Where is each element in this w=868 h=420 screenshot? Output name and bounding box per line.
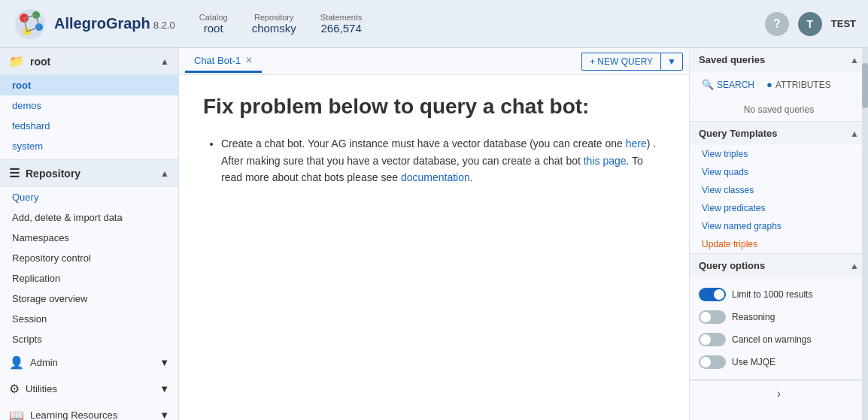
search-tab-label: SEARCH	[717, 80, 754, 90]
tab-close-icon[interactable]: ✕	[245, 55, 253, 65]
search-icon: 🔍	[702, 79, 714, 90]
template-view-triples[interactable]: View triples	[690, 145, 868, 163]
saved-queries-tabs: 🔍 SEARCH ● ATTRIBUTES	[690, 71, 868, 98]
search-tab[interactable]: 🔍 SEARCH	[696, 76, 760, 93]
bullet-text-before: Create a chat bot. Your AG instance must…	[221, 137, 626, 150]
user-avatar[interactable]: T	[798, 12, 822, 36]
person-icon: 👤	[9, 355, 24, 370]
query-templates-title: Query Templates	[699, 128, 778, 139]
cancel-warnings-toggle[interactable]	[699, 333, 726, 346]
learning-label: Learning Resources	[30, 409, 117, 420]
main-content: Fix problem below to query a chat bot: C…	[179, 75, 689, 420]
header-meta: Catalog root Repository chomsky Statemen…	[199, 13, 765, 35]
saved-queries-header[interactable]: Saved queries ▲	[690, 48, 868, 71]
toggle-knob	[700, 334, 711, 345]
reasoning-toggle[interactable]	[699, 310, 726, 324]
scrollbar[interactable]	[862, 48, 868, 420]
limit-results-label: Limit to 1000 results	[732, 289, 812, 300]
new-query-button[interactable]: + NEW QUERY	[581, 53, 660, 71]
sidebar-item-storage[interactable]: Storage overview	[0, 289, 178, 309]
query-options-section: Query options ▲ Limit to 1000 results Re…	[690, 254, 868, 380]
query-options-list: Limit to 1000 results Reasoning Cancel o…	[690, 277, 868, 379]
query-options-header[interactable]: Query options ▲	[690, 254, 868, 277]
query-templates-chevron-icon: ▲	[850, 128, 859, 139]
root-section-header[interactable]: 📁 root ▲	[0, 48, 178, 75]
sidebar-item-demos[interactable]: demos	[0, 95, 178, 116]
template-view-quads[interactable]: View quads	[690, 163, 868, 181]
saved-queries-chevron-icon: ▲	[850, 55, 859, 65]
header: AllegroGraph8.2.0 Catalog root Repositor…	[0, 0, 868, 48]
list-icon: ☰	[9, 166, 20, 180]
sidebar: 📁 root ▲ root demos fedshard system ☰ Re…	[0, 48, 179, 420]
template-view-predicates[interactable]: View predicates	[690, 199, 868, 217]
bullet-list: Create a chat bot. Your AG instance must…	[221, 135, 665, 186]
this-page-link[interactable]: this page	[584, 155, 627, 167]
sidebar-item-session[interactable]: Session	[0, 309, 178, 329]
bottom-expand-button[interactable]: ›	[690, 380, 868, 406]
repository-label: Repository	[254, 13, 294, 22]
root-label: root	[30, 56, 50, 68]
attributes-tab-label: ATTRIBUTES	[775, 80, 831, 90]
help-button[interactable]: ?	[765, 12, 789, 36]
scrollbar-thumb	[862, 63, 868, 108]
logo-version: 8.2.0	[153, 20, 175, 31]
query-templates-section: Query Templates ▲ View triples View quad…	[690, 122, 868, 254]
limit-results-row: Limit to 1000 results	[690, 283, 868, 306]
use-mjqe-label: Use MJQE	[732, 357, 775, 367]
new-query-area: + NEW QUERY ▼	[581, 53, 683, 71]
utilities-label: Utilities	[26, 383, 57, 394]
repository-meta: Repository chomsky	[252, 13, 296, 35]
utilities-footer-item[interactable]: ⚙ Utilities ▼	[0, 376, 178, 402]
catalog-meta: Catalog root	[199, 13, 228, 35]
sidebar-item-query[interactable]: Query	[0, 187, 178, 207]
content-area: Chat Bot-1 ✕ + NEW QUERY ▼ Fix problem b…	[179, 48, 689, 420]
user-name: TEST	[831, 18, 856, 29]
toggle-knob	[700, 357, 711, 367]
list-item: Create a chat bot. Your AG instance must…	[221, 135, 665, 186]
use-mjqe-row: Use MJQE	[690, 351, 868, 373]
catalog-label: Catalog	[199, 13, 228, 22]
sidebar-item-repo-control[interactable]: Repository control	[0, 248, 178, 268]
sidebar-item-add-delete[interactable]: Add, delete & import data	[0, 207, 178, 228]
template-view-named-graphs[interactable]: View named graphs	[690, 217, 868, 235]
here-link[interactable]: here	[626, 137, 647, 150]
sidebar-item-fedshard[interactable]: fedshard	[0, 116, 178, 136]
folder-icon: 📁	[9, 54, 24, 68]
no-saved-message: No saved queries	[690, 98, 868, 121]
use-mjqe-toggle[interactable]	[699, 355, 726, 369]
query-templates-header[interactable]: Query Templates ▲	[690, 122, 868, 145]
query-options-chevron-icon: ▲	[850, 261, 859, 271]
repository-section-header[interactable]: ☰ Repository ▲	[0, 159, 178, 187]
limit-results-toggle[interactable]	[699, 288, 726, 301]
attributes-icon: ●	[766, 79, 772, 90]
statements-value: 266,574	[321, 22, 362, 35]
admin-label: Admin	[30, 357, 58, 368]
book-icon: 📖	[9, 408, 24, 420]
root-chevron-icon: ▲	[160, 56, 169, 67]
toggle-knob	[700, 312, 711, 322]
sidebar-item-replication[interactable]: Replication	[0, 268, 178, 289]
right-panel: Saved queries ▲ 🔍 SEARCH ● ATTRIBUTES No…	[689, 48, 868, 420]
repository-value: chomsky	[252, 22, 296, 35]
sidebar-item-root[interactable]: root	[0, 75, 178, 95]
template-view-classes[interactable]: View classes	[690, 181, 868, 199]
cancel-warnings-row: Cancel on warnings	[690, 328, 868, 351]
documentation-link[interactable]: documentation	[401, 171, 470, 183]
utilities-chevron-icon: ▼	[159, 383, 169, 394]
admin-footer-item[interactable]: 👤 Admin ▼	[0, 349, 178, 376]
learning-chevron-icon: ▼	[159, 409, 169, 420]
statements-label: Statements	[320, 13, 363, 22]
tab-chatbot1[interactable]: Chat Bot-1 ✕	[185, 50, 262, 73]
reasoning-row: Reasoning	[690, 306, 868, 328]
sidebar-item-namespaces[interactable]: Namespaces	[0, 228, 178, 248]
new-query-dropdown-button[interactable]: ▼	[660, 53, 683, 71]
template-update-triples[interactable]: Update triples	[690, 235, 868, 253]
main-layout: 📁 root ▲ root demos fedshard system ☰ Re…	[0, 48, 868, 420]
sidebar-item-system[interactable]: system	[0, 136, 178, 156]
learning-footer-item[interactable]: 📖 Learning Resources ▼	[0, 402, 178, 420]
admin-chevron-icon: ▼	[159, 357, 169, 368]
attributes-tab[interactable]: ● ATTRIBUTES	[760, 76, 837, 93]
logo-area: AllegroGraph8.2.0	[12, 6, 175, 42]
cancel-warnings-label: Cancel on warnings	[732, 334, 811, 345]
sidebar-item-scripts[interactable]: Scripts	[0, 329, 178, 349]
